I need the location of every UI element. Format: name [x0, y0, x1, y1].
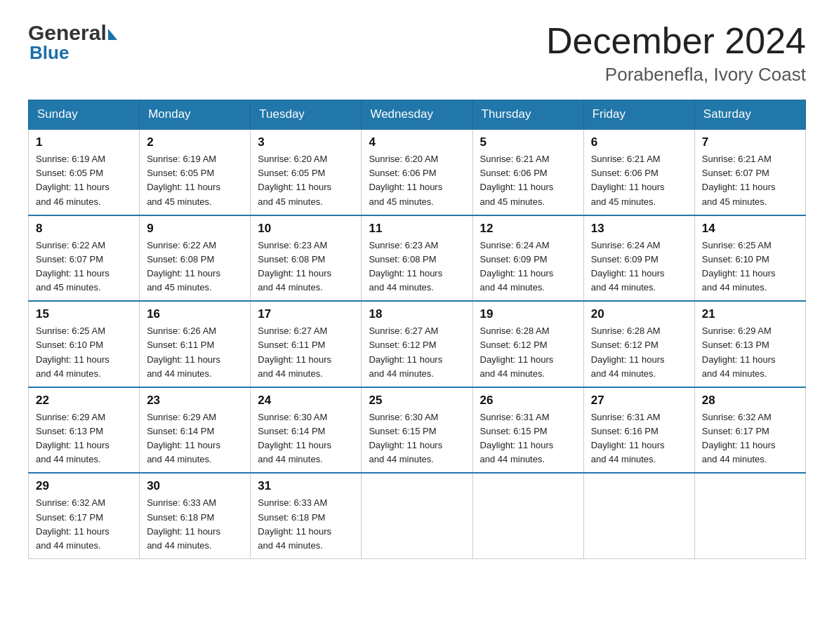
calendar-cell — [362, 473, 472, 558]
page-subtitle: Porabenefla, Ivory Coast — [546, 64, 806, 86]
day-info: Sunrise: 6:29 AMSunset: 6:14 PMDaylight:… — [147, 410, 243, 467]
day-info: Sunrise: 6:21 AMSunset: 6:06 PMDaylight:… — [591, 152, 687, 209]
day-number: 9 — [147, 222, 243, 236]
calendar-cell: 29Sunrise: 6:32 AMSunset: 6:17 PMDayligh… — [29, 473, 140, 558]
calendar-cell: 13Sunrise: 6:24 AMSunset: 6:09 PMDayligh… — [583, 215, 694, 302]
logo-arrow-icon — [108, 29, 117, 40]
calendar-cell: 15Sunrise: 6:25 AMSunset: 6:10 PMDayligh… — [29, 301, 140, 387]
weekday-header-saturday: Saturday — [694, 100, 805, 130]
day-info: Sunrise: 6:26 AMSunset: 6:11 PMDaylight:… — [147, 324, 243, 381]
day-info: Sunrise: 6:30 AMSunset: 6:15 PMDaylight:… — [369, 410, 465, 467]
day-number: 20 — [591, 307, 687, 321]
day-info: Sunrise: 6:23 AMSunset: 6:08 PMDaylight:… — [369, 239, 465, 295]
calendar-week-row: 22Sunrise: 6:29 AMSunset: 6:13 PMDayligh… — [29, 387, 806, 474]
day-info: Sunrise: 6:32 AMSunset: 6:17 PMDaylight:… — [36, 496, 132, 553]
day-number: 16 — [147, 307, 243, 321]
calendar-cell: 26Sunrise: 6:31 AMSunset: 6:15 PMDayligh… — [472, 387, 583, 474]
day-info: Sunrise: 6:28 AMSunset: 6:12 PMDaylight:… — [591, 324, 687, 381]
day-info: Sunrise: 6:20 AMSunset: 6:06 PMDaylight:… — [369, 152, 465, 209]
calendar-cell: 8Sunrise: 6:22 AMSunset: 6:07 PMDaylight… — [29, 215, 140, 302]
calendar-cell: 17Sunrise: 6:27 AMSunset: 6:11 PMDayligh… — [251, 301, 362, 387]
logo: General Blue — [28, 21, 117, 64]
day-number: 22 — [36, 394, 132, 408]
day-number: 15 — [36, 307, 132, 321]
day-info: Sunrise: 6:21 AMSunset: 6:06 PMDaylight:… — [480, 152, 576, 209]
day-number: 31 — [258, 479, 354, 493]
day-info: Sunrise: 6:20 AMSunset: 6:05 PMDaylight:… — [258, 152, 354, 209]
day-number: 21 — [702, 307, 798, 321]
day-number: 10 — [258, 222, 354, 236]
day-info: Sunrise: 6:33 AMSunset: 6:18 PMDaylight:… — [258, 496, 354, 553]
day-info: Sunrise: 6:31 AMSunset: 6:16 PMDaylight:… — [591, 410, 687, 467]
day-number: 23 — [147, 394, 243, 408]
calendar-cell: 22Sunrise: 6:29 AMSunset: 6:13 PMDayligh… — [29, 387, 140, 474]
day-number: 28 — [702, 394, 798, 408]
calendar-table: SundayMondayTuesdayWednesdayThursdayFrid… — [28, 100, 806, 559]
day-number: 13 — [591, 222, 687, 236]
calendar-cell — [472, 473, 583, 558]
day-info: Sunrise: 6:29 AMSunset: 6:13 PMDaylight:… — [36, 410, 132, 467]
calendar-cell: 31Sunrise: 6:33 AMSunset: 6:18 PMDayligh… — [251, 473, 362, 558]
day-number: 19 — [480, 307, 576, 321]
day-info: Sunrise: 6:22 AMSunset: 6:08 PMDaylight:… — [147, 239, 243, 295]
calendar-cell: 14Sunrise: 6:25 AMSunset: 6:10 PMDayligh… — [694, 215, 805, 302]
calendar-week-row: 15Sunrise: 6:25 AMSunset: 6:10 PMDayligh… — [29, 301, 806, 387]
logo-blue-text: Blue — [28, 42, 69, 64]
day-number: 27 — [591, 394, 687, 408]
calendar-cell: 5Sunrise: 6:21 AMSunset: 6:06 PMDaylight… — [472, 129, 583, 215]
day-number: 11 — [369, 222, 465, 236]
calendar-week-row: 29Sunrise: 6:32 AMSunset: 6:17 PMDayligh… — [29, 473, 806, 558]
day-number: 12 — [480, 222, 576, 236]
day-info: Sunrise: 6:30 AMSunset: 6:14 PMDaylight:… — [258, 410, 354, 467]
calendar-week-row: 1Sunrise: 6:19 AMSunset: 6:05 PMDaylight… — [29, 129, 806, 215]
title-block: December 2024 Porabenefla, Ivory Coast — [546, 21, 806, 86]
calendar-cell: 16Sunrise: 6:26 AMSunset: 6:11 PMDayligh… — [140, 301, 251, 387]
calendar-cell: 18Sunrise: 6:27 AMSunset: 6:12 PMDayligh… — [362, 301, 472, 387]
calendar-cell: 7Sunrise: 6:21 AMSunset: 6:07 PMDaylight… — [694, 129, 805, 215]
day-number: 1 — [36, 135, 132, 149]
day-number: 5 — [480, 135, 576, 149]
day-number: 2 — [147, 135, 243, 149]
calendar-cell: 1Sunrise: 6:19 AMSunset: 6:05 PMDaylight… — [29, 129, 140, 215]
day-number: 6 — [591, 135, 687, 149]
day-info: Sunrise: 6:27 AMSunset: 6:11 PMDaylight:… — [258, 324, 354, 381]
day-number: 3 — [258, 135, 354, 149]
weekday-header-tuesday: Tuesday — [251, 100, 362, 130]
calendar-cell: 3Sunrise: 6:20 AMSunset: 6:05 PMDaylight… — [251, 129, 362, 215]
day-number: 18 — [369, 307, 465, 321]
weekday-header-sunday: Sunday — [29, 100, 140, 130]
calendar-cell: 28Sunrise: 6:32 AMSunset: 6:17 PMDayligh… — [694, 387, 805, 474]
day-info: Sunrise: 6:32 AMSunset: 6:17 PMDaylight:… — [702, 410, 798, 467]
weekday-header-wednesday: Wednesday — [362, 100, 472, 130]
day-info: Sunrise: 6:21 AMSunset: 6:07 PMDaylight:… — [702, 152, 798, 209]
day-number: 26 — [480, 394, 576, 408]
calendar-cell: 10Sunrise: 6:23 AMSunset: 6:08 PMDayligh… — [251, 215, 362, 302]
day-info: Sunrise: 6:24 AMSunset: 6:09 PMDaylight:… — [480, 239, 576, 295]
weekday-header-thursday: Thursday — [472, 100, 583, 130]
calendar-cell: 24Sunrise: 6:30 AMSunset: 6:14 PMDayligh… — [251, 387, 362, 474]
logo-general-text: General — [28, 21, 107, 45]
calendar-cell — [583, 473, 694, 558]
weekday-header-row: SundayMondayTuesdayWednesdayThursdayFrid… — [29, 100, 806, 130]
calendar-cell: 2Sunrise: 6:19 AMSunset: 6:05 PMDaylight… — [140, 129, 251, 215]
day-info: Sunrise: 6:19 AMSunset: 6:05 PMDaylight:… — [36, 152, 132, 209]
day-number: 30 — [147, 479, 243, 493]
calendar-cell: 4Sunrise: 6:20 AMSunset: 6:06 PMDaylight… — [362, 129, 472, 215]
day-info: Sunrise: 6:29 AMSunset: 6:13 PMDaylight:… — [702, 324, 798, 381]
day-info: Sunrise: 6:25 AMSunset: 6:10 PMDaylight:… — [702, 239, 798, 295]
day-info: Sunrise: 6:24 AMSunset: 6:09 PMDaylight:… — [591, 239, 687, 295]
calendar-week-row: 8Sunrise: 6:22 AMSunset: 6:07 PMDaylight… — [29, 215, 806, 302]
calendar-cell: 27Sunrise: 6:31 AMSunset: 6:16 PMDayligh… — [583, 387, 694, 474]
day-info: Sunrise: 6:23 AMSunset: 6:08 PMDaylight:… — [258, 239, 354, 295]
day-info: Sunrise: 6:33 AMSunset: 6:18 PMDaylight:… — [147, 496, 243, 553]
day-number: 25 — [369, 394, 465, 408]
calendar-cell: 21Sunrise: 6:29 AMSunset: 6:13 PMDayligh… — [694, 301, 805, 387]
day-info: Sunrise: 6:27 AMSunset: 6:12 PMDaylight:… — [369, 324, 465, 381]
day-number: 14 — [702, 222, 798, 236]
calendar-cell: 30Sunrise: 6:33 AMSunset: 6:18 PMDayligh… — [140, 473, 251, 558]
calendar-cell: 20Sunrise: 6:28 AMSunset: 6:12 PMDayligh… — [583, 301, 694, 387]
day-number: 24 — [258, 394, 354, 408]
day-info: Sunrise: 6:19 AMSunset: 6:05 PMDaylight:… — [147, 152, 243, 209]
calendar-cell: 25Sunrise: 6:30 AMSunset: 6:15 PMDayligh… — [362, 387, 472, 474]
calendar-cell: 23Sunrise: 6:29 AMSunset: 6:14 PMDayligh… — [140, 387, 251, 474]
